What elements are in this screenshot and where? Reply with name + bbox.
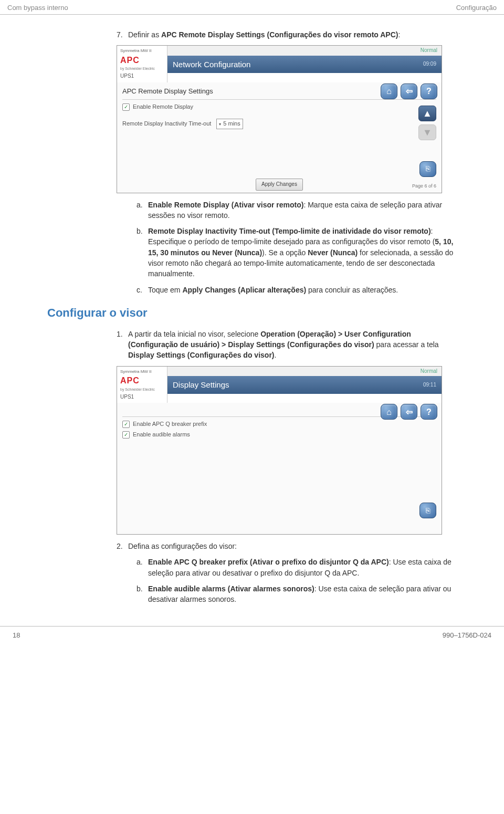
timeout-value: 5 mins: [223, 120, 240, 128]
ss2-brand-top: Symmetra MW II: [120, 369, 164, 375]
ss1-page-indicator: Page 6 of 6: [412, 183, 436, 190]
apc-logo: APC: [120, 54, 164, 66]
page-header: Com bypass interno Configuração: [0, 0, 504, 15]
timeout-label: Remote Display Inactivity Time-out: [122, 120, 211, 128]
ss1-status: Normal: [421, 47, 437, 55]
sub-b-text2: ). Se a opção: [262, 248, 308, 257]
sub2-a-marker: a.: [136, 557, 148, 578]
ss2-title: Display Settings: [173, 379, 229, 391]
step-2: 2. Defina as configurações do visor:: [117, 541, 457, 551]
page-footer: 18 990–1756D-024: [0, 626, 504, 647]
ss2-logo: Symmetra MW II APC by Schneider Electric…: [117, 367, 167, 403]
ss1-ups: UPS1: [120, 72, 164, 80]
ss2-ups: UPS1: [120, 393, 164, 401]
footer-page-number: 18: [13, 631, 20, 641]
sub-b: b. Remote Display Inactivity Time-out (T…: [136, 226, 457, 279]
screenshot-network-config: Symmetra MW II APC by Schneider Electric…: [117, 45, 442, 193]
sub-c-marker: c.: [136, 285, 148, 295]
enable-audible-alarms-label: Enable audible alarms: [133, 431, 190, 439]
sub-c: c. Toque em Apply Changes (Aplicar alter…: [136, 285, 457, 295]
ss2-time: 09:11: [423, 381, 436, 389]
sub-c-bold: Apply Changes (Aplicar alterações): [182, 286, 306, 294]
step2-marker: 2.: [117, 541, 128, 551]
help-icon-2[interactable]: ?: [421, 404, 437, 420]
sub2-a: a. Enable APC Q breaker prefix (Ativar o…: [136, 557, 457, 578]
exit-icon[interactable]: ⎘: [419, 161, 436, 177]
apply-changes-button[interactable]: Apply Changes: [256, 179, 303, 191]
sub2-b-bold: Enable audible alarms (Ativar alarmes so…: [148, 585, 314, 593]
enable-q-breaker-label: Enable APC Q breaker prefix: [133, 420, 207, 429]
enable-remote-display-label: Enable Remote Display: [133, 103, 193, 111]
sub-c-post: para concluir as alterações.: [306, 286, 398, 294]
scroll-down-icon: ▼: [418, 124, 436, 140]
chevron-down-icon: ▾: [219, 121, 221, 128]
back-icon[interactable]: ⇦: [401, 84, 417, 99]
header-left: Com bypass interno: [7, 3, 68, 13]
sub-b-marker: b.: [136, 226, 148, 279]
sub-c-pre: Toque em: [148, 286, 182, 294]
enable-q-breaker-checkbox[interactable]: ✓: [122, 421, 130, 428]
sub2-a-bold: Enable APC Q breaker prefix (Ativar o pr…: [148, 558, 389, 566]
step1-pre: A partir da tela inicial no visor, selec…: [128, 330, 260, 338]
enable-audible-alarms-checkbox[interactable]: ✓: [122, 431, 130, 439]
ss1-logo: Symmetra MW II APC by Schneider Electric…: [117, 46, 167, 82]
ss1-time: 09:09: [423, 60, 436, 68]
step-7-text: Definir as APC Remote Display Settings (…: [128, 29, 457, 40]
ss2-status: Normal: [421, 368, 437, 375]
step7-pre: Definir as: [128, 30, 161, 39]
timeout-dropdown[interactable]: ▾ 5 mins: [216, 119, 243, 129]
step2-text: Defina as configurações do visor:: [128, 541, 457, 551]
step1-marker: 1.: [117, 329, 128, 361]
step7-bold: APC Remote Display Settings (Configuraçõ…: [161, 30, 398, 39]
sub-b-bold3: Never (Nunca): [308, 248, 358, 257]
step1-post: .: [275, 351, 277, 359]
ss1-brand-top: Symmetra MW II: [120, 48, 164, 54]
sub2-b: b. Enable audible alarms (Ativar alarmes…: [136, 583, 457, 605]
help-icon[interactable]: ?: [421, 84, 437, 99]
marker-7: 7.: [117, 29, 128, 40]
step-1: 1. A partir da tela inicial no visor, se…: [117, 329, 457, 361]
step7-post: :: [398, 30, 400, 39]
ss2-brand-sub: by Schneider Electric: [120, 387, 164, 392]
home-icon[interactable]: ⌂: [381, 84, 397, 99]
back-icon-2[interactable]: ⇦: [401, 404, 417, 420]
scroll-up-icon[interactable]: ▲: [418, 106, 436, 121]
header-right: Configuração: [456, 3, 497, 13]
sub2-b-marker: b.: [136, 583, 148, 605]
enable-remote-display-checkbox[interactable]: ✓: [122, 103, 130, 111]
ss1-title: Network Configuration: [173, 59, 250, 70]
sub-b-bold: Remote Display Inactivity Time-out (Temp…: [148, 227, 431, 235]
step1-bold2: Display Settings (Configurações do visor…: [128, 351, 275, 359]
step-7: 7. Definir as APC Remote Display Setting…: [117, 29, 457, 40]
ss1-brand-sub: by Schneider Electric: [120, 66, 164, 71]
sub-a: a. Enable Remote Display (Ativar visor r…: [136, 200, 457, 221]
sub-a-marker: a.: [136, 200, 148, 221]
exit-icon-2[interactable]: ⎘: [419, 503, 436, 518]
section-heading-configurar: Configurar o visor: [47, 305, 457, 321]
apc-logo-2: APC: [120, 374, 164, 387]
footer-doc-id: 990–1756D-024: [443, 631, 491, 641]
home-icon-2[interactable]: ⌂: [381, 404, 397, 420]
sub-a-bold: Enable Remote Display (Ativar visor remo…: [148, 201, 303, 209]
step1-mid: para acessar a tela: [374, 340, 439, 349]
screenshot-display-settings: Symmetra MW II APC by Schneider Electric…: [117, 366, 442, 535]
